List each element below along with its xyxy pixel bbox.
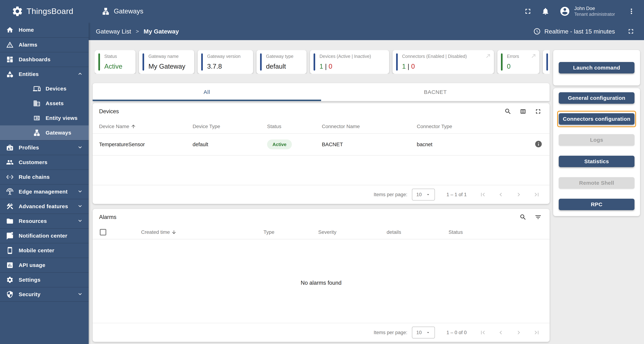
connectors-count-card[interactable]: Connectors (Enabled | Disabled) 1 | 0 <box>392 50 494 74</box>
devices-pagination: Items per page: 10 1 – 1 of 1 <box>92 185 550 204</box>
sidebar-item-profiles[interactable]: Profiles <box>0 140 89 155</box>
chevron-down-icon <box>77 217 83 225</box>
next-page-icon[interactable] <box>515 191 522 198</box>
column-details[interactable]: details <box>386 229 401 235</box>
general-configuration-button[interactable]: General configuration <box>559 92 634 104</box>
search-icon[interactable] <box>520 214 526 221</box>
card-accent-bar <box>501 53 502 71</box>
app-logo[interactable]: ThingsBoard <box>0 5 89 17</box>
user-avatar[interactable] <box>560 6 570 17</box>
configuration-card: General configuration Connectors configu… <box>553 88 640 216</box>
sidebar-item-notification-center[interactable]: Notification center <box>0 228 89 243</box>
next-page-icon[interactable] <box>515 329 522 336</box>
user-info[interactable]: John Doe Tenant administrator <box>574 5 615 17</box>
user-name: John Doe <box>574 5 615 12</box>
errors-count-card[interactable]: Errors 0 <box>497 50 539 74</box>
card-accent-bar <box>314 53 315 71</box>
chevron-up-icon <box>77 71 83 78</box>
sidebar-item-home[interactable]: Home <box>0 22 89 37</box>
sidebar-item-advanced-features[interactable]: Advanced features <box>0 199 89 214</box>
card-accent-bar <box>142 53 144 71</box>
column-connector-type[interactable]: Connector Type <box>417 124 452 129</box>
top-header-bar: ThingsBoard Gateways John Doe Tenant adm… <box>0 0 644 22</box>
construction-tools-icon <box>6 203 14 210</box>
column-severity[interactable]: Severity <box>318 229 336 235</box>
device-table-row[interactable]: TemperatureSensor default Active BACNET … <box>92 134 550 156</box>
badge-icon <box>6 144 14 151</box>
sort-asc-arrow-icon <box>131 124 136 129</box>
column-alarm-type[interactable]: Type <box>264 229 274 235</box>
sidebar-item-api-usage[interactable]: API usage <box>0 258 89 272</box>
sidebar-item-devices[interactable]: Devices <box>0 81 89 96</box>
ethernet-arrows-icon <box>6 173 14 181</box>
category-shapes-icon <box>6 70 14 78</box>
dashboard-fullscreen-icon[interactable] <box>627 28 635 35</box>
statistics-button[interactable]: Statistics <box>559 156 634 167</box>
fullscreen-button[interactable] <box>523 7 532 16</box>
page-title: Gateways <box>102 7 144 15</box>
tab-bacnet[interactable]: BACNET <box>321 83 550 101</box>
sidebar-item-alarms[interactable]: Alarms <box>0 37 89 52</box>
devices-panel: Devices Device Name Device Type Status C… <box>92 103 550 204</box>
sidebar-item-customers[interactable]: Customers <box>0 155 89 170</box>
row-info-button[interactable] <box>534 140 542 149</box>
folder-icon <box>6 217 14 225</box>
sidebar-item-gateways[interactable]: Gateways <box>0 125 89 140</box>
clock-icon <box>533 28 541 35</box>
app-name: ThingsBoard <box>26 7 74 16</box>
notifications-button[interactable] <box>541 7 550 16</box>
timewindow-label[interactable]: Realtime - last 15 minutes <box>544 28 615 35</box>
view-columns-icon[interactable] <box>520 108 526 115</box>
search-icon[interactable] <box>504 108 512 115</box>
more-menu-button[interactable] <box>627 7 636 16</box>
last-page-icon[interactable] <box>533 191 540 198</box>
page-range-label: 1 – 0 of 0 <box>446 330 467 336</box>
remote-shell-button[interactable]: Remote Shell <box>559 177 634 189</box>
alarms-panel-title: Alarms <box>99 214 116 220</box>
open-arrow-icon[interactable] <box>485 53 491 59</box>
card-accent-bar <box>396 53 398 71</box>
connectors-configuration-button[interactable]: Connectors configuration <box>559 113 634 125</box>
sidebar-item-edge-management[interactable]: Edge management <box>0 184 89 199</box>
page-title-text: Gateways <box>114 7 144 15</box>
connector-tabs: All BACNET <box>92 83 550 101</box>
tab-all[interactable]: All <box>92 83 321 101</box>
filter-list-icon[interactable] <box>534 214 542 221</box>
lan-hierarchy-icon <box>102 7 110 15</box>
column-created-time[interactable]: Created time <box>141 229 176 235</box>
logs-button[interactable]: Logs <box>559 134 634 146</box>
column-device-name[interactable]: Device Name <box>99 124 136 129</box>
sidebar-item-rule-chains[interactable]: Rule chains <box>0 170 89 184</box>
launch-command-button[interactable]: Launch command <box>559 62 634 73</box>
fullscreen-icon[interactable] <box>534 108 542 115</box>
kebab-menu-icon <box>627 7 636 15</box>
column-connector-name[interactable]: Connector Name <box>322 124 360 129</box>
last-page-icon[interactable] <box>533 329 540 336</box>
rpc-button[interactable]: RPC <box>559 199 634 210</box>
sidebar-item-entities[interactable]: Entities <box>0 67 89 81</box>
devices-table-header: Device Name Device Type Status Connector… <box>92 120 550 134</box>
column-alarm-status[interactable]: Status <box>448 229 463 235</box>
prev-page-icon[interactable] <box>497 191 504 198</box>
column-device-type[interactable]: Device Type <box>192 124 220 129</box>
column-status[interactable]: Status <box>267 124 281 129</box>
gateway-name-card: Gateway name My Gateway <box>139 50 194 74</box>
sidebar-item-dashboards[interactable]: Dashboards <box>0 52 89 67</box>
first-page-icon[interactable] <box>479 329 486 336</box>
select-all-checkbox[interactable] <box>100 229 106 235</box>
sidebar-item-resources[interactable]: Resources <box>0 214 89 228</box>
first-page-icon[interactable] <box>479 191 486 198</box>
prev-page-icon[interactable] <box>497 329 504 336</box>
sidebar-item-settings[interactable]: Settings <box>0 272 89 287</box>
sidebar-item-mobile-center[interactable]: Mobile center <box>0 243 89 258</box>
sidebar-item-security[interactable]: Security <box>0 287 89 302</box>
device-type-cell: default <box>192 142 208 148</box>
page-size-select[interactable]: 10 <box>412 189 435 200</box>
card-accent-bar <box>98 53 100 71</box>
sidebar-item-entity-views[interactable]: Entity views <box>0 111 89 125</box>
chat-flag-icon <box>6 232 14 240</box>
sidebar-item-assets[interactable]: Assets <box>0 96 89 111</box>
breadcrumb-parent-link[interactable]: Gateway List <box>96 28 131 35</box>
page-size-select[interactable]: 10 <box>412 327 435 339</box>
open-arrow-icon[interactable] <box>531 53 536 59</box>
